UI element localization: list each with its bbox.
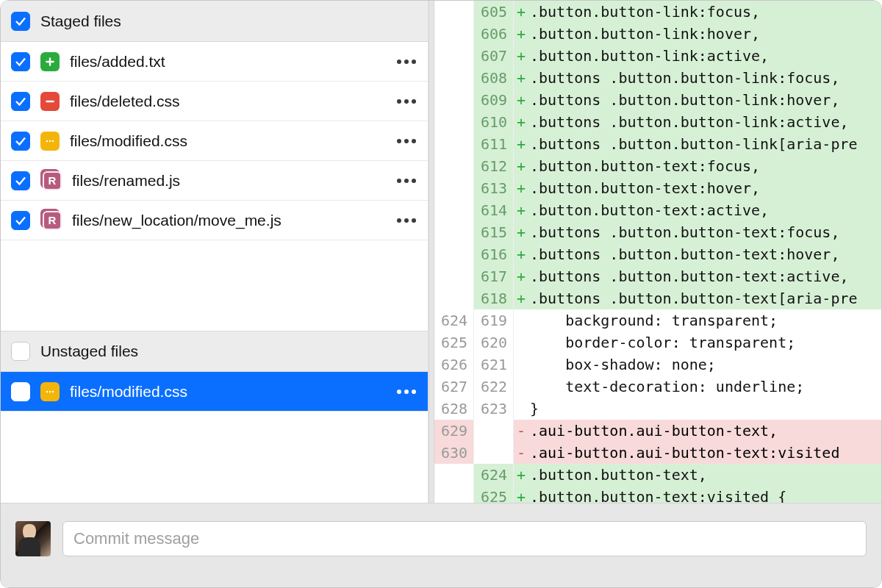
diff-mark (514, 331, 528, 354)
diff-line[interactable]: 626 621 box-shadow: none; (434, 354, 881, 376)
diff-mark (514, 398, 528, 420)
diff-line[interactable]: 625 620 border-color: transparent; (434, 331, 881, 354)
diff-mark: + (514, 221, 528, 243)
staged-header-label: Staged files (40, 12, 121, 30)
staged-all-checkbox[interactable] (11, 12, 30, 31)
gutter-old: 630 (434, 442, 474, 464)
diff-code: text-decoration: underline; (528, 376, 881, 398)
avatar[interactable] (15, 521, 51, 556)
file-row[interactable]: files/modified.css (1, 121, 428, 161)
gutter-old (434, 133, 474, 155)
diff-code: .buttons .button.button-link:active, (528, 111, 881, 133)
diff-line[interactable]: 624 619 background: transparent; (434, 309, 881, 331)
diff-mark: + (514, 265, 528, 287)
unstaged-all-checkbox[interactable] (11, 342, 30, 361)
gutter-new: 621 (474, 354, 514, 376)
gutter-old (434, 177, 474, 199)
file-actions-icon[interactable] (395, 173, 417, 188)
gutter-old: 626 (434, 354, 474, 376)
unstaged-header-label: Unstaged files (40, 343, 138, 360)
gutter-new: 620 (474, 331, 514, 354)
unstaged-header[interactable]: Unstaged files (1, 331, 428, 372)
gutter-old (434, 243, 474, 265)
diff-line[interactable]: 629 - .aui-button.aui-button-text, (434, 420, 881, 442)
gutter-new: 618 (474, 287, 514, 309)
gutter-new: 607 (474, 45, 514, 67)
diff-mark (514, 309, 528, 331)
diff-line[interactable]: 614 + .button.button-text:active, (434, 199, 881, 221)
diff-line[interactable]: 605 + .button.button-link:focus, (434, 1, 881, 23)
gutter-old (434, 287, 474, 309)
diff-mark: + (514, 287, 528, 309)
diff-line[interactable]: 624 + .button.button-text, (434, 464, 881, 486)
diff-code: .buttons .button.button-link:focus, (528, 67, 881, 89)
file-actions-icon[interactable] (395, 213, 417, 228)
gutter-new (474, 442, 514, 464)
pane-splitter[interactable] (429, 1, 434, 503)
diff-line[interactable]: 617 + .buttons .button.button-text:activ… (434, 265, 881, 287)
file-checkbox[interactable] (11, 171, 30, 190)
diff-line[interactable]: 618 + .buttons .button.button-text[aria-… (434, 287, 881, 309)
staged-header[interactable]: Staged files (1, 1, 428, 42)
diff-line[interactable]: 616 + .buttons .button.button-text:hover… (434, 243, 881, 265)
diff-line[interactable]: 612 + .button.button-text:focus, (434, 155, 881, 177)
diff-code: } (528, 398, 881, 420)
diff-line[interactable]: 628 623 } (434, 398, 881, 420)
file-actions-icon[interactable] (395, 94, 417, 109)
diff-mark: + (514, 464, 528, 486)
status-renamed-icon: R (43, 171, 62, 190)
file-checkbox[interactable] (11, 92, 30, 111)
diff-code: .buttons .button.button-link[aria-pre (528, 133, 881, 155)
gutter-new: 623 (474, 398, 514, 420)
diff-line[interactable]: 613 + .button.button-text:hover, (434, 177, 881, 199)
commit-message-input[interactable]: Commit message (62, 521, 867, 556)
file-checkbox[interactable] (11, 52, 30, 71)
diff-code: .button.button-link:active, (528, 45, 881, 67)
diff-line[interactable]: 607 + .button.button-link:active, (434, 45, 881, 67)
diff-line[interactable]: 609 + .buttons .button.button-link:hover… (434, 89, 881, 111)
file-row[interactable]: files/modified.css (1, 372, 428, 412)
diff-line[interactable]: 608 + .buttons .button.button-link:focus… (434, 67, 881, 89)
gutter-new: 611 (474, 133, 514, 155)
diff-line[interactable]: 627 622 text-decoration: underline; (434, 376, 881, 398)
diff-mark: + (514, 23, 528, 45)
file-checkbox[interactable] (11, 211, 30, 230)
diff-line[interactable]: 611 + .buttons .button.button-link[aria-… (434, 133, 881, 155)
diff-code: .buttons .button.button-text:hover, (528, 243, 881, 265)
diff-pane[interactable]: 605 + .button.button-link:focus, 606 + .… (434, 1, 881, 503)
file-actions-icon[interactable] (395, 134, 417, 148)
main-row: Staged files files/added.txt files/delet… (1, 1, 881, 503)
svg-point-2 (52, 140, 54, 141)
file-name: files/renamed.js (72, 172, 385, 190)
diff-mark: + (514, 89, 528, 111)
file-checkbox[interactable] (11, 382, 30, 401)
file-row[interactable]: files/deleted.css (1, 82, 428, 121)
diff-line[interactable]: 606 + .button.button-link:hover, (434, 23, 881, 45)
file-name: files/new_location/move_me.js (72, 212, 385, 229)
gutter-new: 612 (474, 155, 514, 177)
diff-line[interactable]: 630 - .aui-button.aui-button-text:visite… (434, 442, 881, 464)
diff-line[interactable]: 615 + .buttons .button.button-text:focus… (434, 221, 881, 243)
gutter-new: 616 (474, 243, 514, 265)
file-actions-icon[interactable] (395, 54, 417, 69)
file-row[interactable]: files/added.txt (1, 42, 428, 82)
gutter-new: 624 (474, 464, 514, 486)
file-row[interactable]: R files/renamed.js (1, 161, 428, 201)
diff-mark: + (514, 199, 528, 221)
gutter-old (434, 155, 474, 177)
diff-mark: - (514, 420, 528, 442)
file-row[interactable]: R files/new_location/move_me.js (1, 201, 428, 240)
file-checkbox[interactable] (11, 132, 30, 151)
file-actions-icon[interactable] (395, 384, 417, 399)
gutter-new: 608 (474, 67, 514, 89)
gutter-new: 615 (474, 221, 514, 243)
diff-line[interactable]: 610 + .buttons .button.button-link:activ… (434, 111, 881, 133)
diff-code: .button.button-text:focus, (528, 155, 881, 177)
gutter-new: 605 (474, 1, 514, 23)
diff-mark: + (514, 177, 528, 199)
status-modified-icon (40, 382, 60, 401)
gutter-old: 628 (434, 398, 474, 420)
gutter-old (434, 67, 474, 89)
gutter-old (434, 111, 474, 133)
diff-code: .button.button-text, (528, 464, 881, 486)
